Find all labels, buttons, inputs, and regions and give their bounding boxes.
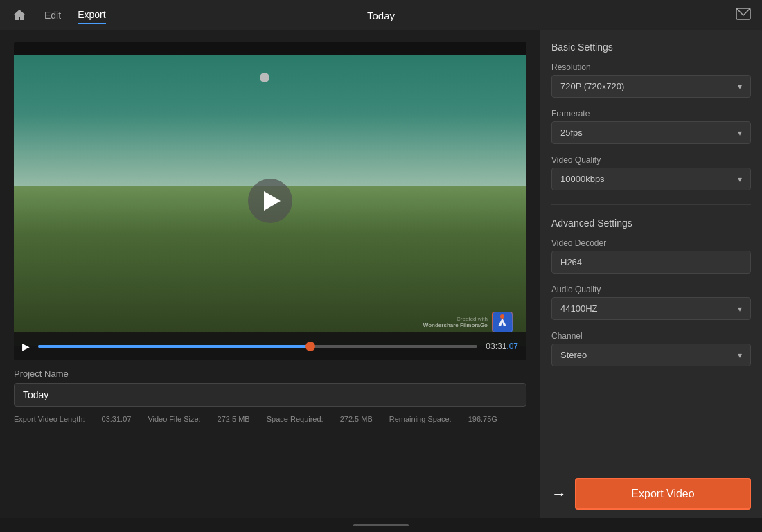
video-quality-value: 10000kbps [560, 174, 605, 184]
channel-value: Stereo [560, 350, 587, 360]
progress-thumb[interactable] [305, 342, 315, 351]
resolution-value: 720P (720x720) [560, 81, 624, 91]
progress-fill [38, 345, 310, 348]
watermark-logo [492, 312, 513, 332]
video-quality-field: Video Quality 10000kbps ▾ [551, 155, 751, 195]
export-info: Export Video Length: 03:31.07 Video File… [14, 415, 526, 423]
time-display: 03:31.07 [486, 342, 518, 351]
video-quality-chevron-icon: ▾ [738, 175, 742, 184]
watermark-created: Created with [423, 316, 488, 322]
bottom-indicator [353, 524, 409, 526]
framerate-dropdown[interactable]: 25fps ▾ [551, 121, 751, 144]
export-space-label: Space Required: [267, 415, 324, 423]
video-quality-label: Video Quality [551, 155, 751, 165]
export-filesize-label: Video File Size: [148, 415, 200, 423]
advanced-settings-title: Advanced Settings [551, 218, 751, 229]
export-video-button[interactable]: Export Video [575, 478, 751, 510]
audio-quality-label: Audio Quality [551, 285, 751, 294]
play-btn-small[interactable]: ▶ [22, 341, 30, 352]
page-title: Today [367, 10, 395, 21]
nav-export[interactable]: Export [78, 6, 105, 24]
framerate-field: Framerate 25fps ▾ [551, 109, 751, 148]
mail-icon[interactable] [736, 8, 751, 23]
audio-quality-chevron-icon: ▾ [738, 304, 742, 314]
nav-edit[interactable]: Edit [44, 7, 61, 24]
right-panel: Basic Settings Resolution 720P (720x720)… [540, 30, 762, 518]
channel-chevron-icon: ▾ [738, 351, 742, 360]
resolution-label: Resolution [551, 62, 751, 72]
resolution-field: Resolution 720P (720x720) ▾ [551, 62, 751, 102]
export-remaining-label: Remaining Space: [389, 415, 452, 423]
audio-quality-value: 44100HZ [560, 303, 597, 314]
play-triangle-icon [264, 191, 281, 211]
export-area: → Export Video [551, 472, 751, 510]
watermark-brand: Wondershare FilmoraGo [423, 322, 488, 328]
video-canvas: Created with Wondershare FilmoraGo [14, 55, 526, 346]
video-decoder-label: Video Decoder [551, 238, 751, 248]
project-name-label: Project Name [14, 369, 526, 379]
export-space-value: 272.5 MB [340, 415, 373, 423]
basic-settings-title: Basic Settings [551, 42, 751, 53]
project-section: Project Name [14, 369, 526, 407]
channel-label: Channel [551, 331, 751, 341]
resolution-dropdown[interactable]: 720P (720x720) ▾ [551, 75, 751, 98]
audio-quality-dropdown[interactable]: 44100HZ ▾ [551, 297, 751, 320]
settings-divider [551, 204, 751, 205]
play-button[interactable] [248, 179, 292, 223]
progress-track[interactable] [38, 345, 477, 348]
project-name-input[interactable] [14, 383, 526, 407]
export-length-label: Export Video Length: [14, 415, 85, 423]
resolution-chevron-icon: ▾ [738, 82, 742, 91]
video-preview: Created with Wondershare FilmoraGo [14, 42, 526, 360]
video-controls: ▶ 03:31.07 [14, 332, 526, 360]
channel-field: Channel Stereo ▾ [551, 331, 751, 371]
video-decoder-value: H264 [551, 251, 751, 274]
left-panel: Created with Wondershare FilmoraGo [0, 30, 540, 518]
video-quality-dropdown[interactable]: 10000kbps ▾ [551, 168, 751, 190]
video-decoder-field: Video Decoder H264 [551, 238, 751, 278]
watermark: Created with Wondershare FilmoraGo [423, 312, 513, 332]
framerate-chevron-icon: ▾ [738, 128, 742, 138]
export-length-value: 03:31.07 [102, 415, 132, 423]
framerate-value: 25fps [560, 127, 583, 138]
home-icon[interactable] [11, 7, 28, 24]
channel-dropdown[interactable]: Stereo ▾ [551, 344, 751, 366]
audio-quality-field: Audio Quality 44100HZ ▾ [551, 285, 751, 324]
svg-point-3 [500, 314, 504, 319]
arrow-right-icon: → [551, 485, 567, 503]
main-content: Created with Wondershare FilmoraGo [0, 30, 762, 518]
framerate-label: Framerate [551, 109, 751, 118]
bottom-bar [0, 518, 762, 532]
top-nav: Edit Export Today [0, 0, 762, 30]
export-filesize-value: 272.5 MB [218, 415, 250, 423]
export-remaining-value: 196.75G [468, 415, 497, 423]
